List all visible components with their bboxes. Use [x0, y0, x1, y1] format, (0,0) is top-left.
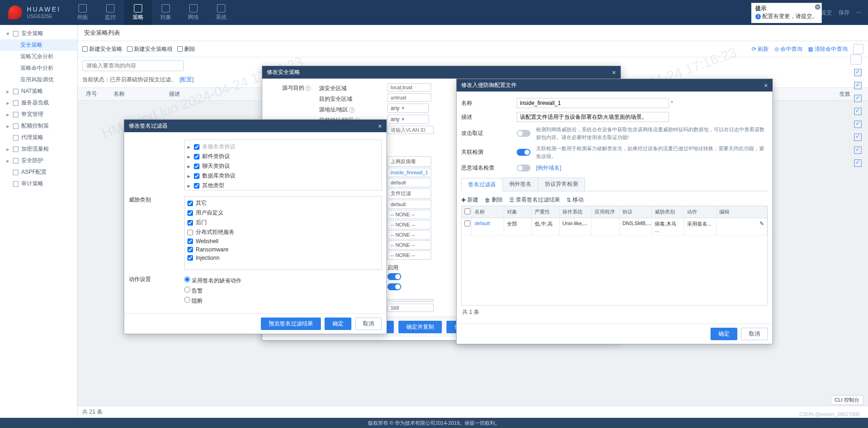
modal3-close-icon[interactable]: × [764, 82, 768, 89]
action-alert-radio[interactable]: 告警 [184, 286, 241, 296]
row-check[interactable] [854, 147, 862, 154]
expand-icon[interactable]: ▸ [187, 173, 191, 179]
threat-listbox[interactable]: 其它用户自定义后门分布式拒绝服务WebshellRansomwareInject… [184, 196, 382, 270]
tag-remove-icon[interactable]: × [401, 105, 404, 111]
protocol-listbox[interactable]: ▸各服务类协议 ▸邮件类协议▸聊天类协议▸数据库类协议▸其他类型 [184, 140, 382, 190]
modal1-ok-button[interactable]: 确定 [325, 318, 351, 330]
sidebar-item[interactable]: 安全策略 [0, 39, 77, 51]
hit-query-link[interactable]: ◎命中查询 [774, 44, 802, 54]
row-check[interactable] [854, 95, 862, 102]
modal3-ok-button[interactable]: 确定 [711, 328, 737, 340]
desc-input[interactable] [517, 112, 669, 122]
expand-icon[interactable]: ▸ [187, 183, 191, 189]
val-168[interactable]: 168 [387, 304, 434, 312]
none-bar[interactable]: -- NONE -- [387, 230, 431, 239]
sig-move-button[interactable]: ⇅移动 [567, 196, 584, 204]
default-bar2[interactable]: default [387, 200, 431, 209]
threat-check[interactable] [187, 255, 193, 261]
row-check[interactable] [854, 159, 862, 167]
threat-check[interactable] [187, 220, 193, 226]
modal2-close-icon[interactable]: × [612, 69, 616, 76]
proto-check[interactable] [194, 144, 199, 150]
sidebar-item[interactable]: ▸带宽管理 [0, 109, 77, 120]
none-bar[interactable]: -- NONE -- [387, 210, 431, 219]
threat-check[interactable] [187, 201, 193, 206]
default-bar[interactable]: default [387, 178, 431, 187]
sidebar-item[interactable]: ▸安全防护 [0, 155, 77, 166]
row-check[interactable] [854, 82, 862, 89]
sidebar-item[interactable]: ▸配额控制策 [0, 120, 77, 132]
more-icon[interactable]: ⋯ [856, 9, 862, 16]
sidebar-item[interactable]: ASPF配置 [0, 166, 77, 178]
proto-check[interactable] [194, 173, 199, 179]
name-input[interactable] [517, 98, 669, 108]
sidebar-item[interactable]: ▸加密流量检 [0, 143, 77, 155]
filefilter-bar[interactable]: 文件过滤 [387, 188, 431, 199]
sidebar-item[interactable]: ▸服务器负载 [0, 97, 77, 109]
tag-remove-icon[interactable]: × [401, 116, 404, 122]
proto-check[interactable] [194, 183, 199, 189]
threat-check[interactable] [187, 238, 193, 244]
dst-zone-value[interactable]: untrust [387, 93, 431, 102]
row-check[interactable] [464, 220, 470, 226]
enable-toggle-2[interactable] [387, 283, 401, 290]
status-config-link[interactable]: [配置] [180, 76, 194, 83]
none-bar[interactable]: -- NONE -- [387, 251, 431, 260]
nav-policy[interactable]: 策略 [124, 0, 152, 25]
refresh-link[interactable]: ⟳刷新 [752, 44, 769, 54]
row-check[interactable] [854, 121, 862, 128]
tab-protoanom[interactable]: 协议异常检测 [538, 177, 585, 191]
new-policy-button[interactable]: 新建安全策略 [82, 45, 122, 53]
mal-toggle[interactable] [517, 165, 530, 171]
cli-console-button[interactable]: CLI 控制台 [831, 395, 863, 405]
col-check[interactable] [462, 206, 472, 218]
src-addr-tag[interactable]: any × [387, 104, 429, 113]
settings-square-icon[interactable] [853, 44, 863, 54]
search-input[interactable] [82, 60, 184, 71]
nav-object[interactable]: 对象 [152, 0, 180, 25]
delete-button[interactable]: 删除 [177, 45, 195, 53]
preview-button[interactable]: 预览签名过滤结果 [261, 318, 321, 330]
edit-icon[interactable]: ✎ [760, 220, 764, 227]
help-icon[interactable]: ? [305, 86, 311, 91]
sidebar-item[interactable]: ▸NAT策略 [0, 86, 77, 97]
threat-check[interactable] [187, 230, 193, 235]
none-bar[interactable]: -- NONE -- [387, 240, 431, 250]
mal-except-link[interactable]: [例外域名] [536, 165, 561, 171]
row-check[interactable] [854, 134, 862, 141]
tab-except[interactable]: 例外签名 [502, 177, 538, 191]
sidebar-item[interactable]: 策略命中分析 [0, 62, 77, 74]
proto-check[interactable] [194, 164, 199, 169]
sidebar-item[interactable]: 应用风险调优 [0, 74, 77, 86]
strip-settings-icon[interactable] [850, 55, 862, 65]
av-bar[interactable]: 上网反病毒 [387, 156, 431, 167]
atkev-toggle[interactable] [517, 130, 530, 137]
modal1-cancel-button[interactable]: 取消 [355, 318, 382, 330]
expand-icon[interactable]: ▸ [187, 163, 191, 170]
nav-system[interactable]: 系统 [207, 0, 235, 25]
vlan-input[interactable] [387, 126, 434, 134]
assoc-toggle[interactable] [517, 149, 530, 156]
row-check[interactable] [854, 69, 862, 76]
action-block-radio[interactable]: 阻断 [184, 296, 241, 306]
nav-monitor[interactable]: 监控 [96, 0, 124, 25]
sidebar-item[interactable]: 代理策略 [0, 132, 77, 143]
dst-addr-tag[interactable]: any × [387, 115, 429, 124]
new-group-button[interactable]: 新建安全策略组 [127, 45, 173, 53]
save-link[interactable]: 保存 [838, 9, 850, 17]
none-bar[interactable]: -- NONE -- [387, 220, 431, 229]
modal2-okcopy-button[interactable]: 确定并复制 [398, 321, 442, 333]
sidebar-item[interactable]: 策略冗余分析 [0, 51, 77, 62]
cell-name[interactable]: default [472, 218, 504, 235]
action-default-radio[interactable]: 采用签名的缺省动作 [184, 275, 241, 286]
submit-link[interactable]: 提交 [821, 9, 832, 17]
nav-network[interactable]: 网络 [180, 0, 207, 25]
sidebar-item[interactable]: 审计策略 [0, 178, 77, 190]
expand-icon[interactable]: ▸ [187, 153, 191, 160]
tip-close-icon[interactable]: × [815, 4, 820, 10]
modal3-cancel-button[interactable]: 取消 [741, 328, 768, 340]
proto-check[interactable] [194, 154, 199, 159]
clear-hit-link[interactable]: ▦清除命中查询 [808, 44, 848, 54]
sig-new-button[interactable]: ✚新建 [461, 196, 478, 204]
help-icon[interactable]: ? [349, 107, 355, 113]
